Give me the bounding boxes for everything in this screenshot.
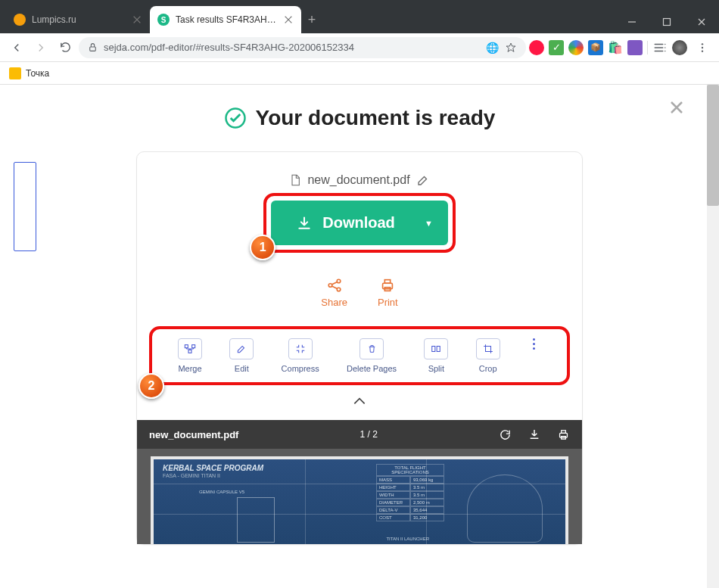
tab-title: Lumpics.ru — [32, 14, 127, 25]
preview-bar: new_document.pdf 1 / 2 — [137, 420, 582, 449]
annotation-badge-2: 2 — [139, 373, 164, 399]
menu-button[interactable] — [692, 37, 713, 58]
filename-row: new_document.pdf — [152, 173, 567, 187]
tool-crop[interactable]: Crop — [476, 338, 500, 373]
tool-delete-pages[interactable]: Delete Pages — [347, 338, 397, 373]
file-icon — [289, 173, 301, 187]
close-icon[interactable] — [132, 14, 142, 25]
svg-rect-1 — [90, 47, 96, 51]
scrollbar[interactable] — [707, 85, 719, 588]
url-text: sejda.com/pdf-editor/#results-SF4R3AHG-2… — [104, 42, 354, 53]
tool-compress[interactable]: Compress — [282, 338, 319, 373]
svg-rect-15 — [432, 347, 435, 352]
tab-title: Task results SF4R3AHG-202006152334 — [176, 14, 279, 25]
download-label: Download — [322, 214, 395, 232]
share-icon — [326, 277, 343, 294]
ext-icon[interactable] — [627, 40, 643, 55]
reload-button[interactable] — [54, 37, 76, 58]
sidebar-peek — [14, 162, 36, 251]
rotate-icon[interactable] — [499, 428, 512, 441]
share-button[interactable]: Share — [321, 277, 347, 308]
document-preview[interactable]: KERBAL SPACE PROGRAM FASA - GEMINI TITAN… — [137, 449, 582, 544]
ext-icon[interactable]: ✓ — [549, 40, 564, 55]
back-button[interactable] — [6, 37, 27, 58]
print-button[interactable]: Print — [378, 277, 398, 308]
address-bar[interactable]: sejda.com/pdf-editor/#results-SF4R3AHG-2… — [79, 37, 526, 58]
chevron-down-icon: ▼ — [425, 219, 433, 228]
filename-text: new_document.pdf — [307, 173, 409, 187]
bookmark-icon — [9, 67, 21, 79]
svg-rect-14 — [188, 350, 191, 353]
reading-list-icon[interactable] — [652, 40, 668, 55]
merge-icon — [184, 344, 196, 354]
bookmark-bar: Точка — [0, 62, 719, 85]
window-controls — [615, 11, 719, 33]
bookmark-item[interactable]: Точка — [26, 68, 49, 79]
ext-icon[interactable] — [529, 40, 544, 55]
svg-rect-12 — [185, 345, 188, 348]
translate-icon[interactable]: 🌐 — [486, 42, 499, 54]
tab-lumpics[interactable]: Lumpics.ru — [6, 6, 150, 33]
tab-strip: Lumpics.ru S Task results SF4R3AHG-20200… — [0, 6, 615, 33]
new-tab-button[interactable]: + — [301, 6, 322, 33]
page-content: Your document is ready new_document.pdf … — [0, 85, 719, 588]
download-icon — [297, 216, 312, 231]
svg-point-4 — [702, 50, 703, 51]
ext-icon[interactable] — [568, 40, 584, 55]
share-print-row: Share Print — [152, 277, 567, 308]
print-icon[interactable] — [557, 428, 570, 441]
tool-merge[interactable]: Merge — [178, 338, 202, 373]
tool-edit[interactable]: Edit — [229, 338, 254, 373]
doc-subtitle: FASA - GEMINI TITAN II — [163, 473, 220, 478]
trash-icon — [367, 344, 377, 354]
doc-title: KERBAL SPACE PROGRAM — [163, 464, 263, 472]
profile-icon[interactable] — [672, 40, 687, 55]
more-tools-button[interactable] — [528, 338, 541, 350]
edit-icon[interactable] — [416, 173, 430, 187]
svg-rect-13 — [192, 345, 195, 348]
split-icon — [431, 344, 441, 354]
crop-icon — [483, 344, 493, 354]
ext-icon[interactable]: 📦 — [588, 40, 603, 55]
doc-table: TOTAL FLIGHT SPECIFICATIONS MASS93,069 k… — [376, 464, 444, 521]
tool-split[interactable]: Split — [424, 338, 448, 373]
print-icon — [379, 277, 396, 294]
check-circle-icon — [224, 107, 247, 129]
result-card: new_document.pdf Download ▼ 1 Share Prin… — [136, 151, 583, 545]
tools-row: 2 Merge Edit Compress Delete Pages Split… — [149, 326, 570, 385]
download-row: Download ▼ 1 — [271, 201, 448, 245]
svg-point-3 — [702, 46, 703, 48]
annotation-badge-1: 1 — [250, 235, 275, 260]
pencil-icon — [236, 344, 247, 354]
extensions: ✓ 📦 🛍️ — [529, 37, 713, 58]
ext-icon[interactable]: 🛍️ — [608, 40, 623, 55]
toolbar: sejda.com/pdf-editor/#results-SF4R3AHG-2… — [0, 33, 719, 62]
maximize-button[interactable] — [649, 11, 684, 33]
forward-button[interactable] — [30, 37, 51, 58]
close-icon[interactable] — [283, 14, 294, 25]
svg-rect-16 — [437, 347, 440, 352]
tab-sejda[interactable]: S Task results SF4R3AHG-202006152334 — [150, 6, 301, 33]
minimize-button[interactable] — [615, 11, 649, 33]
download-icon[interactable] — [528, 428, 540, 440]
close-window-button[interactable] — [684, 11, 719, 33]
preview-filename: new_document.pdf — [149, 429, 238, 440]
lock-icon — [88, 42, 98, 52]
chevron-up-icon[interactable] — [152, 396, 567, 409]
svg-point-2 — [702, 43, 703, 45]
page-title: Your document is ready — [0, 106, 719, 130]
window-titlebar: Lumpics.ru S Task results SF4R3AHG-20200… — [0, 0, 719, 33]
svg-rect-18 — [562, 430, 566, 433]
star-icon[interactable] — [505, 42, 517, 54]
download-button[interactable]: Download ▼ — [271, 201, 448, 245]
svg-rect-10 — [385, 280, 391, 284]
compress-icon — [295, 344, 306, 354]
svg-rect-0 — [664, 19, 671, 26]
scrollbar-thumb[interactable] — [707, 85, 719, 206]
page-indicator: 1 / 2 — [238, 429, 499, 440]
close-icon[interactable] — [668, 98, 686, 117]
